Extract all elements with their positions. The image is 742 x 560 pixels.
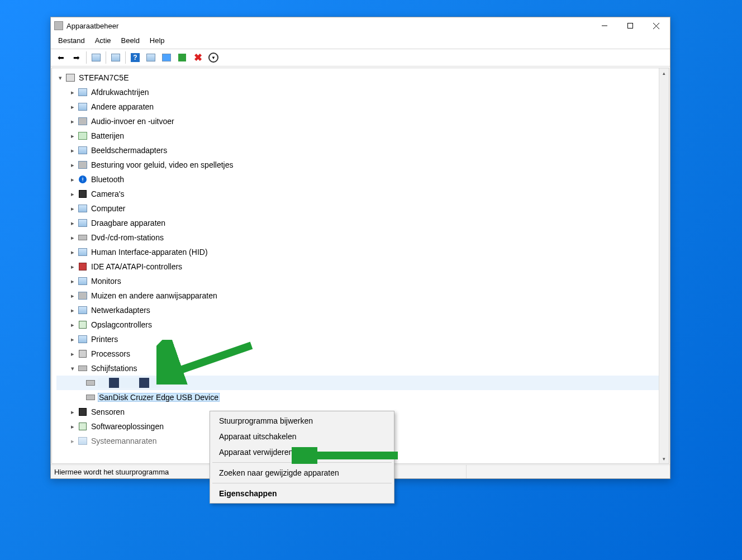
chevron-right-icon[interactable]: ▸ xyxy=(69,162,77,168)
device-manager-window: Apparaatbeheer Bestand Actie Beeld Help … xyxy=(50,17,670,479)
network-icon xyxy=(78,305,88,315)
tree-item-disk-drives[interactable]: ▾Schijfstations xyxy=(56,361,669,376)
chevron-right-icon[interactable]: ▸ xyxy=(69,249,77,255)
ctx-separator xyxy=(212,483,392,483)
tree-item[interactable]: ▸ᚼBluetooth xyxy=(56,172,669,187)
help-button[interactable]: ? xyxy=(128,50,142,65)
chevron-right-icon[interactable]: ▸ xyxy=(69,307,77,314)
tree-root[interactable]: ▾ STEFAN7C5E xyxy=(56,70,669,85)
dvd-icon xyxy=(78,232,88,243)
chevron-right-icon[interactable]: ▸ xyxy=(69,177,77,183)
tree-item[interactable]: ▸Human Interface-apparaten (HID) xyxy=(56,245,669,259)
show-hide-button[interactable] xyxy=(89,50,103,65)
tree-item[interactable]: ▸Beeldschermadapters xyxy=(56,143,669,158)
ctx-uninstall-device[interactable]: Apparaat verwijderen xyxy=(211,444,393,460)
enable-button[interactable] xyxy=(175,50,189,65)
chevron-right-icon[interactable]: ▸ xyxy=(69,409,77,415)
disk-drives-icon xyxy=(78,363,88,373)
portable-device-icon xyxy=(78,218,88,228)
chevron-right-icon[interactable]: ▸ xyxy=(69,235,77,241)
hid-icon xyxy=(78,247,88,257)
window-title: Apparaatbeheer xyxy=(66,22,592,30)
tree-item[interactable]: ▸Muizen en andere aanwijsapparaten xyxy=(56,288,669,303)
chevron-right-icon[interactable]: ▸ xyxy=(69,118,77,125)
tree-item[interactable]: ▸Dvd-/cd-rom-stations xyxy=(56,230,669,245)
tree-item[interactable]: ▸Monitors xyxy=(56,274,669,288)
sound-controller-icon xyxy=(78,160,88,170)
ctx-properties[interactable]: Eigenschappen xyxy=(211,486,393,501)
back-button[interactable]: ⬅ xyxy=(54,50,68,65)
tree-item[interactable]: ▸Processors xyxy=(56,347,669,361)
scroll-up-button[interactable]: ▴ xyxy=(659,68,669,78)
tree-item[interactable]: ▸Batterijen xyxy=(56,129,669,143)
ctx-scan-hardware[interactable]: Zoeken naar gewijzigde apparaten xyxy=(211,465,393,481)
scan-hardware-button[interactable] xyxy=(144,50,158,65)
properties-button[interactable] xyxy=(108,50,123,65)
chevron-down-icon[interactable]: ▾ xyxy=(56,75,64,81)
printer-icon xyxy=(78,87,88,97)
sensors-icon xyxy=(78,407,88,417)
tree-item-selected-device[interactable]: SanDisk Cruzer Edge USB Device xyxy=(56,390,669,405)
chevron-right-icon[interactable]: ▸ xyxy=(69,206,77,212)
uninstall-button[interactable]: ✖ xyxy=(191,50,205,65)
chevron-right-icon[interactable]: ▸ xyxy=(69,191,77,197)
forward-button[interactable]: ➡ xyxy=(69,50,84,65)
chevron-right-icon[interactable]: ▸ xyxy=(69,278,77,284)
tree-item[interactable]: ▸Camera's xyxy=(56,187,669,201)
tree-item[interactable]: ▸Netwerkadapters xyxy=(56,303,669,317)
device-tree[interactable]: ▾ STEFAN7C5E ▸Afdrukwachtrijen ▸Andere a… xyxy=(52,68,669,463)
tree-item[interactable]: ▸Printers xyxy=(56,332,669,347)
menu-help[interactable]: Help xyxy=(145,35,170,48)
ctx-disable-device[interactable]: Apparaat uitschakelen xyxy=(211,429,393,444)
tree-item[interactable]: ▸IDE ATA/ATAPI-controllers xyxy=(56,259,669,274)
tree-item-disk-blurred[interactable] xyxy=(56,376,669,390)
titlebar: Apparaatbeheer xyxy=(51,17,670,34)
chevron-right-icon[interactable]: ▸ xyxy=(69,104,77,110)
vertical-scrollbar[interactable]: ▴ ▾ xyxy=(659,68,669,463)
chevron-right-icon[interactable]: ▸ xyxy=(69,322,77,328)
chevron-right-icon[interactable]: ▸ xyxy=(69,424,77,430)
menu-file[interactable]: Bestand xyxy=(53,35,90,48)
menubar: Bestand Actie Beeld Help xyxy=(51,34,670,49)
menu-action[interactable]: Actie xyxy=(90,35,116,48)
tree-item[interactable]: ▸Opslagcontrollers xyxy=(56,317,669,332)
chevron-right-icon[interactable]: ▸ xyxy=(69,438,77,444)
ctx-update-driver[interactable]: Stuurprogramma bijwerken xyxy=(211,413,393,429)
toolbar: ⬅ ➡ ? ✖ ▼ xyxy=(51,49,670,67)
chevron-right-icon[interactable]: ▸ xyxy=(69,148,77,154)
help-icon: ? xyxy=(131,53,140,62)
minimize-button[interactable] xyxy=(592,17,617,34)
tree-item[interactable]: ▸Afdrukwachtrijen xyxy=(56,85,669,99)
chevron-right-icon[interactable]: ▸ xyxy=(69,220,77,226)
tree-item[interactable]: ▸Draagbare apparaten xyxy=(56,216,669,230)
arrow-right-icon: ➡ xyxy=(73,53,80,62)
chevron-down-icon[interactable]: ▾ xyxy=(69,366,77,372)
chevron-right-icon[interactable]: ▸ xyxy=(69,264,77,270)
chevron-right-icon[interactable]: ▸ xyxy=(69,351,77,357)
properties-icon xyxy=(111,54,120,61)
arrow-left-icon: ⬅ xyxy=(58,53,64,62)
tree-item[interactable]: ▸Andere apparaten xyxy=(56,99,669,114)
monitor-button[interactable] xyxy=(159,50,174,65)
scroll-down-button[interactable]: ▾ xyxy=(659,454,669,463)
maximize-button[interactable] xyxy=(617,17,643,34)
software-icon xyxy=(78,421,88,431)
printers-icon xyxy=(78,334,88,344)
tree-item[interactable]: ▸Computer xyxy=(56,201,669,216)
tree-item[interactable]: ▸Audio-invoer en -uitvoer xyxy=(56,114,669,129)
close-button[interactable] xyxy=(643,17,669,34)
tree-item[interactable]: ▸Besturing voor geluid, video en spellet… xyxy=(56,158,669,172)
disk-icon xyxy=(85,392,96,402)
console-icon xyxy=(92,54,101,61)
chevron-right-icon[interactable]: ▸ xyxy=(69,133,77,139)
chevron-right-icon[interactable]: ▸ xyxy=(69,89,77,96)
scan-icon xyxy=(146,54,155,61)
blurred-disk-label xyxy=(98,378,160,388)
update-driver-button[interactable]: ▼ xyxy=(206,50,221,65)
menu-view[interactable]: Beeld xyxy=(116,35,145,48)
chevron-right-icon[interactable]: ▸ xyxy=(69,293,77,299)
computer-icon xyxy=(65,73,75,83)
toolbar-separator xyxy=(125,51,126,64)
chevron-right-icon[interactable]: ▸ xyxy=(69,336,77,343)
svg-rect-1 xyxy=(628,23,633,29)
